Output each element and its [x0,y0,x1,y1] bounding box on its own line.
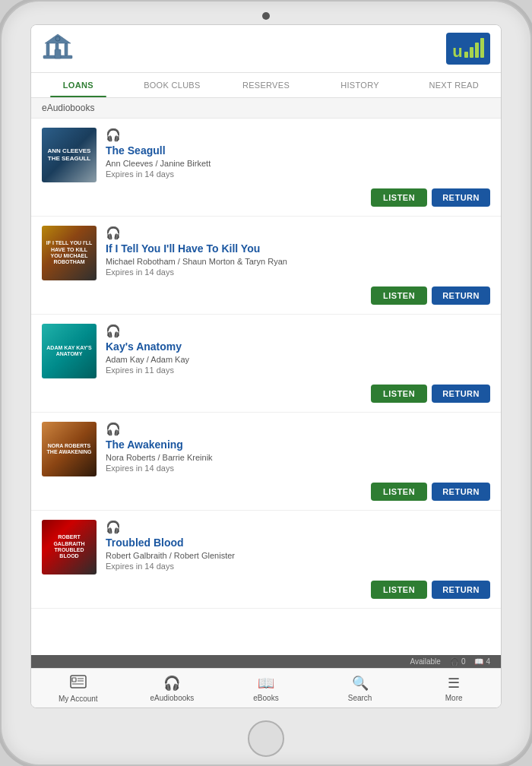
svg-rect-3 [65,43,68,55]
status-book-count: 📖 4 [474,657,490,666]
book-item-seagull: ANN CLEEVES THE SEAGULL 🎧 The Seagull An… [31,119,501,217]
listen-button-awakening[interactable]: LISTEN [371,483,427,501]
bottom-nav-more[interactable]: ☰ More [407,675,501,703]
tab-loans[interactable]: LOANS [31,73,125,97]
tab-book-clubs[interactable]: BOOK CLUBS [125,73,220,97]
book-status-icon: 📖 [474,657,483,666]
bottom-nav-search[interactable]: 🔍 Search [313,675,407,703]
book-cover-awakening: NORA ROBERTS THE AWAKENING [42,422,97,476]
svg-rect-1 [46,43,49,55]
book-cover-img-kill: IF I TELL YOU I'LL HAVE TO KILL YOU MICH… [42,226,97,280]
return-button-awakening[interactable]: RETURN [432,483,490,501]
more-icon: ☰ [448,675,460,692]
book-info-awakening: 🎧 The Awakening Nora Roberts / Barrie Kr… [106,422,490,473]
book-title-blood: Troubled Blood [106,537,490,549]
return-button-blood[interactable]: RETURN [432,581,490,599]
book-top-anatomy: ADAM KAY KAY'S ANATOMY 🎧 Kay's Anatomy A… [42,324,490,378]
eaudiobooks-icon: 🎧 [163,675,180,692]
book-title-kill: If I Tell You I'll Have To Kill You [106,242,490,255]
headphone-status-icon: 🎧 [450,657,459,666]
section-header-eaudiobooks: eAudiobooks [31,98,501,119]
book-info-seagull: 🎧 The Seagull Ann Cleeves / Janine Birke… [106,128,490,179]
book-item-kill: IF I TELL YOU I'LL HAVE TO KILL YOU MICH… [31,217,501,315]
more-nav-label: More [445,694,463,702]
book-item-blood: ROBERT GALBRAITH TROUBLED BLOOD 🎧 Troubl… [31,511,501,609]
book-expires-seagull: Expires in 14 days [106,169,490,179]
status-available-label: Available [410,657,440,666]
svg-marker-4 [45,34,71,43]
headphone-icon-kill: 🎧 [106,226,490,240]
book-author-awakening: Nora Roberts / Barrie Kreinik [106,453,490,462]
book-actions-blood: LISTEN RETURN [42,581,490,599]
my-account-icon [70,675,87,692]
book-actions-awakening: LISTEN RETURN [42,483,490,501]
book-expires-anatomy: Expires in 11 days [106,366,490,375]
book-info-blood: 🎧 Troubled Blood Robert Galbraith / Robe… [106,520,490,571]
listen-button-kill[interactable]: LISTEN [371,286,427,305]
bottom-nav-eaudiobooks[interactable]: 🎧 eAudiobooks [125,675,220,703]
listen-button-blood[interactable]: LISTEN [371,581,427,599]
return-button-seagull[interactable]: RETURN [432,188,490,207]
tab-history[interactable]: HISTORY [313,73,407,97]
book-cover-seagull: ANN CLEEVES THE SEAGULL [42,128,97,182]
search-nav-label: Search [348,694,372,702]
book-cover-blood: ROBERT GALBRAITH TROUBLED BLOOD [42,520,97,574]
front-camera [262,12,270,20]
book-author-anatomy: Adam Kay / Adam Kay [106,355,490,364]
book-top-awakening: NORA ROBERTS THE AWAKENING 🎧 The Awakeni… [42,422,490,476]
svg-rect-5 [55,49,61,59]
brand-bars [464,38,484,58]
my-account-label: My Account [59,695,98,703]
bottom-navigation: My Account 🎧 eAudiobooks 📖 eBooks 🔍 Sear… [31,668,501,707]
ipad-device: u LOANS BOOK CLUBS RESERVES [0,0,532,766]
bottom-nav-my-account[interactable]: My Account [31,675,125,703]
ebooks-nav-label: eBooks [253,694,278,702]
book-item-awakening: NORA ROBERTS THE AWAKENING 🎧 The Awakeni… [31,413,501,511]
book-author-seagull: Ann Cleeves / Janine Birkett [106,159,490,168]
book-item-anatomy: ADAM KAY KAY'S ANATOMY 🎧 Kay's Anatomy A… [31,315,501,413]
ebooks-icon: 📖 [258,675,274,692]
book-title-seagull: The Seagull [106,144,490,157]
book-top-blood: ROBERT GALBRAITH TROUBLED BLOOD 🎧 Troubl… [42,520,490,574]
status-headphone-count: 🎧 0 [450,657,466,666]
eaudiobooks-nav-label: eAudiobooks [150,694,194,702]
headphone-icon-anatomy: 🎧 [106,324,490,338]
book-cover-kill: IF I TELL YOU I'LL HAVE TO KILL YOU MICH… [42,226,97,280]
bar-4 [480,38,484,58]
tab-next-read[interactable]: NEXT READ [407,73,501,97]
book-expires-blood: Expires in 14 days [106,562,490,571]
book-cover-img-blood: ROBERT GALBRAITH TROUBLED BLOOD [42,520,97,574]
bottom-nav-ebooks[interactable]: 📖 eBooks [219,675,313,703]
app-screen: u LOANS BOOK CLUBS RESERVES [30,24,502,708]
brand-u-letter: u [452,43,462,60]
return-button-kill[interactable]: RETURN [432,286,490,305]
listen-button-anatomy[interactable]: LISTEN [371,385,427,403]
headphone-icon-blood: 🎧 [106,520,490,534]
svg-rect-8 [72,678,76,682]
book-actions-seagull: LISTEN RETURN [42,188,490,207]
status-bar: Available 🎧 0 📖 4 [31,655,501,668]
library-logo [42,33,74,65]
book-author-blood: Robert Galbraith / Robert Glenister [106,551,490,560]
book-top-kill: IF I TELL YOU I'LL HAVE TO KILL YOU MICH… [42,226,490,280]
book-expires-kill: Expires in 14 days [106,267,490,277]
return-button-anatomy[interactable]: RETURN [432,385,490,403]
books-list[interactable]: ANN CLEEVES THE SEAGULL 🎧 The Seagull An… [31,119,501,655]
book-expires-awakening: Expires in 14 days [106,464,490,473]
home-button[interactable] [248,720,284,757]
book-author-kill: Michael Robotham / Shaun Morton & Taryn … [106,257,490,266]
book-top-seagull: ANN CLEEVES THE SEAGULL 🎧 The Seagull An… [42,128,490,182]
book-info-kill: 🎧 If I Tell You I'll Have To Kill You Mi… [106,226,490,277]
book-cover-img-anatomy: ADAM KAY KAY'S ANATOMY [42,324,97,378]
headphone-icon-awakening: 🎧 [106,422,490,436]
book-actions-kill: LISTEN RETURN [42,286,490,305]
book-info-anatomy: 🎧 Kay's Anatomy Adam Kay / Adam Kay Expi… [106,324,490,375]
bar-3 [475,43,479,58]
headphone-icon-seagull: 🎧 [106,128,490,142]
book-title-awakening: The Awakening [106,438,490,451]
listen-button-seagull[interactable]: LISTEN [371,188,427,207]
book-cover-img-awakening: NORA ROBERTS THE AWAKENING [42,422,97,476]
book-actions-anatomy: LISTEN RETURN [42,385,490,403]
bar-2 [470,47,473,58]
tab-reserves[interactable]: RESERVES [219,73,313,97]
